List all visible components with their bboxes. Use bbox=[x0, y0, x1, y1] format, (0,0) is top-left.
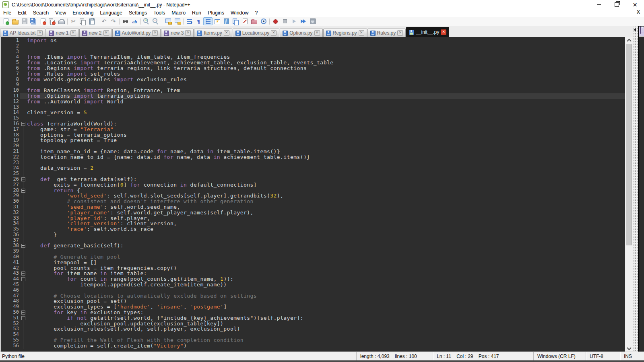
document-map-button[interactable] bbox=[222, 17, 231, 25]
play-macro-button[interactable] bbox=[289, 17, 299, 25]
tab-close-icon[interactable]: ✕ bbox=[271, 30, 277, 36]
zoom-in-button[interactable] bbox=[142, 17, 151, 25]
code-line[interactable]: 51 if not getattr(self.world, f"include_… bbox=[1, 315, 625, 321]
menu-item-run[interactable]: Run bbox=[189, 9, 204, 17]
run-macro-multiple-button[interactable] bbox=[299, 17, 308, 25]
cut-button[interactable] bbox=[69, 17, 78, 25]
code-line[interactable]: 54 bbox=[1, 332, 625, 337]
code-line[interactable]: 25 bbox=[1, 171, 625, 177]
minimize-button[interactable] bbox=[590, 0, 608, 9]
code-line[interactable]: 56 completion = self.create_item("Victor… bbox=[1, 343, 625, 349]
tab-close-icon[interactable]: ✕ bbox=[224, 30, 229, 36]
save-macro-button[interactable] bbox=[308, 17, 317, 25]
tab-rules-py[interactable]: Rules.py✕ bbox=[367, 29, 406, 37]
code-line[interactable]: 43 for item_name in item_table: bbox=[1, 271, 625, 276]
tab-options-py[interactable]: Options.py✕ bbox=[280, 29, 322, 37]
code-line[interactable]: 3 bbox=[1, 49, 625, 55]
status-length-lines[interactable]: length : 4,093 lines : 100 bbox=[356, 352, 433, 360]
file-monitoring-button[interactable] bbox=[259, 17, 268, 25]
menu-item-edit[interactable]: Edit bbox=[14, 9, 30, 17]
menu-item-tools[interactable]: Tools bbox=[150, 9, 168, 17]
code-line[interactable]: 30 # consistent and doesn't interfere wi… bbox=[1, 199, 625, 204]
tab-regions-py[interactable]: Regions.py✕ bbox=[323, 29, 367, 37]
tab-close-icon[interactable]: ✕ bbox=[70, 30, 76, 36]
tab-locations-py[interactable]: Locations.py✕ bbox=[233, 29, 279, 37]
code-line[interactable]: 17 game: str = "Terraria" bbox=[1, 127, 625, 132]
show-indent-guide-button[interactable] bbox=[203, 17, 213, 25]
code-line[interactable]: 27 exits = [connection[0] for connection… bbox=[1, 182, 625, 188]
code-line[interactable]: 40 # Generate item pool bbox=[1, 254, 625, 260]
code-line[interactable]: 29 'world_seed': self.world.slot_seeds[s… bbox=[1, 193, 625, 199]
code-line[interactable]: 34 'client_version': client_version, bbox=[1, 221, 625, 226]
menu-item-macro[interactable]: Macro bbox=[168, 9, 189, 17]
fold-collapse-icon[interactable] bbox=[21, 177, 25, 181]
code-line[interactable]: 24 data_version = 2 bbox=[1, 165, 625, 171]
sync-vertical-scroll-button[interactable] bbox=[163, 17, 173, 25]
menu-item-language[interactable]: Language bbox=[97, 9, 126, 17]
fold-collapse-icon[interactable] bbox=[21, 272, 25, 276]
code-line[interactable]: 12from ..AutoWorld import World bbox=[1, 99, 625, 105]
fold-collapse-icon[interactable] bbox=[21, 311, 25, 315]
fold-margin[interactable] bbox=[20, 315, 27, 321]
code-line[interactable]: 8from worlds.generic.Rules import exclus… bbox=[1, 77, 625, 82]
code-line[interactable]: 45 itempool.append(self.create_item(item… bbox=[1, 282, 625, 288]
fold-margin[interactable] bbox=[20, 177, 27, 182]
save-all-button[interactable] bbox=[29, 17, 38, 25]
restore-button[interactable] bbox=[608, 0, 626, 9]
tab-items-py[interactable]: Items.py✕ bbox=[194, 29, 232, 37]
status-insert-mode[interactable]: INS bbox=[620, 352, 644, 360]
fold-collapse-icon[interactable] bbox=[21, 277, 25, 281]
tab-close-icon[interactable]: ✕ bbox=[37, 30, 43, 36]
tab-close-icon[interactable]: ✕ bbox=[185, 30, 191, 36]
fold-margin[interactable] bbox=[20, 271, 27, 276]
code-line[interactable]: 48 exclusion_pool = set() bbox=[1, 298, 625, 304]
record-macro-button[interactable] bbox=[271, 17, 280, 25]
save-file-button[interactable] bbox=[20, 17, 29, 25]
tab-close-icon[interactable]: ✕ bbox=[103, 30, 109, 36]
menu-item-settings[interactable]: Settings bbox=[126, 9, 150, 17]
menu-item-?[interactable]: ? bbox=[252, 9, 261, 17]
code-line[interactable]: 52 exclusion_pool.update(exclusion_table… bbox=[1, 321, 625, 327]
code-line[interactable]: 26 def _get_terraria_data(self): bbox=[1, 177, 625, 182]
tab-close-icon[interactable]: ✕ bbox=[152, 30, 158, 36]
tab-close-icon[interactable]: ✕ bbox=[397, 30, 403, 36]
paste-button[interactable] bbox=[87, 17, 97, 25]
undo-button[interactable] bbox=[99, 17, 109, 25]
function-list-button[interactable] bbox=[213, 17, 222, 25]
code-line[interactable]: 7from .Rules import set_rules bbox=[1, 71, 625, 77]
code-line[interactable]: 22 location_name_to_id = {name: data.id … bbox=[1, 154, 625, 160]
code-line[interactable]: 28 return { bbox=[1, 188, 625, 193]
code-line[interactable]: 14client_version = 5 bbox=[1, 110, 625, 115]
code-line[interactable]: 47 # Choose locations to automatically e… bbox=[1, 293, 625, 299]
status-eol-format[interactable]: Windows (CR LF) bbox=[533, 352, 586, 360]
code-line[interactable]: 11from .Options import terraria_options bbox=[1, 93, 625, 99]
tab-ap-ideas-txt[interactable]: AP Ideas.txt✕ bbox=[0, 29, 45, 37]
document-list-button[interactable] bbox=[231, 17, 240, 25]
tab-close-icon[interactable]: ✕ bbox=[441, 29, 446, 35]
replace-button[interactable] bbox=[130, 17, 139, 25]
code-line[interactable]: 1import os bbox=[1, 38, 625, 43]
code-line[interactable]: 46 bbox=[1, 288, 625, 293]
folder-as-workspace-button[interactable] bbox=[250, 17, 259, 25]
code-line[interactable]: 16class TerrariaWorld(World): bbox=[1, 121, 625, 127]
print-button[interactable] bbox=[57, 17, 66, 25]
tab-autoworld-py[interactable]: AutoWorld.py✕ bbox=[112, 29, 161, 37]
close-button[interactable]: ✕ bbox=[626, 0, 644, 9]
tab--init-py[interactable]: __init__.py✕ bbox=[406, 27, 449, 37]
document-edit-button[interactable] bbox=[240, 17, 250, 25]
fold-margin[interactable] bbox=[20, 188, 27, 193]
show-all-characters-button[interactable] bbox=[194, 17, 203, 25]
scrollbar-thumb[interactable] bbox=[626, 44, 632, 245]
code-line[interactable]: 18 options = terraria_options bbox=[1, 132, 625, 138]
code-line[interactable]: 6from .Regions import terraria_regions, … bbox=[1, 66, 625, 71]
menu-item-search[interactable]: Search bbox=[30, 9, 52, 17]
code-line[interactable]: 41 itempool = [] bbox=[1, 260, 625, 265]
code-line[interactable]: 21 item_name_to_id = {name: data.code fo… bbox=[1, 149, 625, 154]
scroll-up-icon[interactable] bbox=[625, 37, 633, 44]
code-line[interactable]: 39 bbox=[1, 249, 625, 254]
view-splitter[interactable] bbox=[633, 26, 638, 360]
code-line[interactable]: 15 bbox=[1, 115, 625, 121]
close-file-button[interactable] bbox=[38, 17, 47, 25]
fold-collapse-icon[interactable] bbox=[21, 122, 25, 126]
fold-margin[interactable] bbox=[20, 243, 27, 249]
